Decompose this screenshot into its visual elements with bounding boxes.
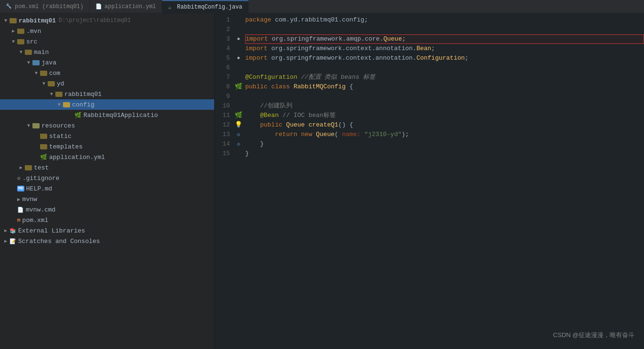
tree-item-static[interactable]: static (0, 131, 214, 141)
annotation-config: @Configuration (245, 73, 297, 82)
tree-label-java: java (42, 59, 56, 66)
tree-item-com[interactable]: ▼ com (0, 68, 214, 78)
tab-pom-label: pom.xml (rabbitmq01) (15, 3, 83, 10)
tree-item-rabbitmq01pkg[interactable]: ▼ rabbitmq01 (0, 89, 214, 99)
ln-9: 9 (218, 92, 230, 101)
kw-new: new (301, 130, 312, 139)
arrow-rabbitmq01pkg: ▼ (48, 92, 55, 97)
tree-item-rabbitmq01[interactable]: ▼ rabbitmq01 D:\project\rabbitmq01 (0, 15, 214, 26)
yaml-file-icon: 🌿 (40, 154, 47, 161)
tree-label-mvn: .mvn (26, 28, 41, 35)
code-line-14: } (245, 139, 644, 149)
import-kw-4: import (245, 44, 268, 53)
ln-8: 8 (218, 82, 230, 92)
tree-item-appyml[interactable]: 🌿 application.yml (0, 152, 214, 162)
classname-8: RabbitMQConfig (293, 82, 345, 92)
tree-item-helpmd[interactable]: MD HELP.md (0, 183, 214, 194)
tab-yaml[interactable]: 📄 application.yml (90, 0, 162, 13)
spring-file-icon: 🌿 (74, 112, 82, 119)
arrow-scratches: ▶ (2, 238, 10, 244)
tree-item-pomxml[interactable]: m pom.xml (0, 215, 214, 225)
code-content[interactable]: package com.yd.rabbitmq01.config; import… (243, 13, 644, 349)
tree-item-src[interactable]: ▼ src (0, 36, 214, 47)
tree-label-com: com (49, 70, 60, 77)
ln-11: 11 (218, 111, 230, 120)
code-line-4: import org.springframework.context.annot… (245, 44, 644, 53)
annotation-bean: @Bean (260, 111, 279, 120)
yaml-icon: 📄 (95, 3, 102, 10)
tree-item-rabbitmqapp[interactable]: 🌿 Rabbitmq01Applicatio (0, 110, 214, 120)
tree-label-test: test (34, 164, 49, 171)
tree-item-config[interactable]: ▼ config (0, 99, 214, 110)
ln-14: 14 (218, 139, 230, 149)
gutter-spring-8: 🌿 (235, 82, 242, 92)
tree-label-mvnwcmd: mvnw.cmd (26, 206, 55, 213)
md-icon: MD (17, 186, 24, 191)
folder-icon-root (10, 18, 17, 23)
gutter-13: ◇ (234, 130, 243, 139)
gutter-3: ◆ (234, 34, 243, 44)
tab-yaml-label: application.yml (104, 3, 156, 10)
folder-icon-mvn (17, 29, 24, 34)
comment-11: // IOC bean标签 (282, 111, 336, 120)
gutter: ◆ ◆ 🌿 🌿 💡 ◇ (234, 13, 243, 349)
tree-item-gitignore[interactable]: ⚙ .gitignore (0, 173, 214, 183)
sidebar[interactable]: ▼ rabbitmq01 D:\project\rabbitmq01 ▶ .mv… (0, 13, 215, 349)
arrow-rabbitmq01: ▼ (2, 18, 10, 23)
tab-pom[interactable]: 🔧 pom.xml (rabbitmq01) (0, 0, 90, 13)
folder-icon-java (32, 60, 40, 65)
gutter-7 (234, 73, 243, 82)
tree-label-pomxml: pom.xml (22, 217, 49, 224)
tree-item-templates[interactable]: templates (0, 141, 214, 152)
gutter-14: ◇ (234, 139, 243, 149)
tree-item-main[interactable]: ▼ main (0, 47, 214, 57)
scratch-icon: 📝 (10, 238, 16, 244)
comment-10: //创建队列 (260, 101, 292, 111)
gutter-1 (234, 15, 243, 25)
tree-sublabel-rabbitmq01: D:\project\rabbitmq01 (59, 17, 131, 24)
code-line-10: //创建队列 (245, 101, 644, 111)
tree-item-extlibs[interactable]: ▶ 📚 External Libraries (0, 225, 214, 236)
ln-3: 3 (218, 34, 230, 44)
folder-icon-yd (48, 81, 55, 86)
folder-icon-rabbitmq01pkg (55, 92, 62, 97)
ln-12: 12 (218, 120, 230, 130)
code-line-15: } (245, 149, 644, 159)
code-line-12: public Queue createQ1() { (245, 120, 644, 130)
tree-item-mvnw[interactable]: ▶ mvnw (0, 194, 214, 204)
ln-2: 2 (218, 25, 230, 34)
folder-icon-com (40, 71, 47, 76)
tree-item-test[interactable]: ▶ test (0, 162, 214, 173)
tree-item-yd[interactable]: ▼ yd (0, 78, 214, 89)
folder-icon-templates (40, 144, 47, 149)
tree-item-resources[interactable]: ▼ resources (0, 120, 214, 131)
code-container[interactable]: 1 2 3 4 5 6 7 8 9 10 11 12 13 14 15 (215, 13, 644, 349)
import-kw-3: import (246, 34, 268, 44)
tree-label-templates: templates (49, 143, 83, 150)
arrow-extlibs: ▶ (2, 228, 10, 233)
tab-java[interactable]: ☕ RabbitmqConfig.java (162, 0, 249, 13)
arrow-resources: ▼ (25, 123, 32, 128)
param-name: name: (342, 130, 361, 139)
gutter-bm-14: ◇ (237, 139, 240, 149)
gutter-5: ◆ (234, 53, 243, 63)
tab-java-label: RabbitmqConfig.java (177, 4, 242, 11)
arrow-config: ▼ (55, 102, 63, 107)
tree-item-mvnwcmd[interactable]: 📄 mvnw.cmd (0, 204, 214, 215)
kw-package: package (245, 15, 271, 25)
tree-item-mvn[interactable]: ▶ .mvn (0, 26, 214, 36)
tree-item-java[interactable]: ▼ java (0, 57, 214, 68)
tree-label-mvnw: mvnw (22, 196, 37, 203)
code-line-5: import org.springframework.context.annot… (245, 53, 644, 63)
tree-label-resources: resources (42, 122, 75, 129)
folder-icon-static (40, 134, 47, 139)
ln-15: 15 (218, 149, 230, 159)
code-line-3: import org.springframework.amqp.core.Que… (245, 34, 644, 44)
ln-6: 6 (218, 63, 230, 73)
lib-icon: 📚 (10, 228, 16, 234)
tree-item-scratches[interactable]: ▶ 📝 Scratches and Consoles (0, 236, 214, 246)
xml-icon: 🔧 (6, 3, 12, 10)
folder-icon-test (25, 165, 32, 170)
tree-label-config: config (72, 101, 94, 108)
code-line-8: public class RabbitMQConfig { (245, 82, 644, 92)
